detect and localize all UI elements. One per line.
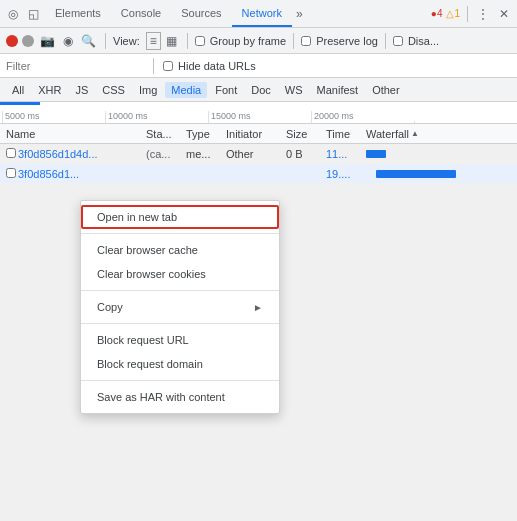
type-filter-bar: All XHR JS CSS Img Media Font Doc WS Man… bbox=[0, 78, 517, 102]
toolbar-divider4 bbox=[293, 33, 294, 49]
table-row[interactable]: 3f0d856d1d4d... (ca... me... Other 0 B 1… bbox=[0, 144, 517, 164]
row-status: (ca... bbox=[146, 148, 186, 160]
submenu-arrow-icon: ► bbox=[253, 302, 263, 313]
settings-icon[interactable]: ⋮ bbox=[473, 4, 493, 24]
camera-icon[interactable]: 📷 bbox=[38, 32, 57, 50]
type-tab-media[interactable]: Media bbox=[165, 82, 207, 98]
type-tab-ws[interactable]: WS bbox=[279, 82, 309, 98]
col-time-header[interactable]: Time bbox=[326, 128, 366, 140]
ctx-separator-2 bbox=[81, 290, 279, 291]
ctx-block-url[interactable]: Block request URL bbox=[81, 328, 279, 352]
ctx-separator-4 bbox=[81, 380, 279, 381]
warning-badge: △1 bbox=[446, 8, 460, 19]
ctx-block-domain[interactable]: Block request domain bbox=[81, 352, 279, 376]
waterfall-bar bbox=[376, 170, 456, 178]
row-waterfall bbox=[366, 147, 511, 161]
row-checkbox[interactable] bbox=[6, 148, 16, 158]
row-waterfall bbox=[366, 167, 511, 181]
ctx-open-new-tab[interactable]: Open in new tab bbox=[81, 205, 279, 229]
search-icon[interactable]: 🔍 bbox=[79, 32, 98, 50]
record-button[interactable] bbox=[6, 35, 18, 47]
group-by-frame-checkbox[interactable] bbox=[195, 36, 205, 46]
list-view-btn[interactable]: ≡ bbox=[146, 32, 161, 50]
row-name: 3f0d856d1... bbox=[18, 168, 146, 180]
timeline-ruler: 5000 ms 10000 ms 15000 ms 20000 ms bbox=[0, 102, 517, 124]
context-menu: Open in new tab Clear browser cache Clea… bbox=[80, 200, 280, 414]
filter-input[interactable] bbox=[6, 60, 144, 72]
disable-cache-label[interactable]: Disa... bbox=[393, 35, 439, 47]
timeline-ticks: 5000 ms 10000 ms 15000 ms 20000 ms bbox=[0, 102, 517, 123]
network-table: 3f0d856d1d4d... (ca... me... Other 0 B 1… bbox=[0, 144, 517, 184]
ctx-separator-3 bbox=[81, 323, 279, 324]
preserve-log-label[interactable]: Preserve log bbox=[301, 35, 378, 47]
col-waterfall-header[interactable]: Waterfall ▲ bbox=[366, 128, 511, 140]
ctx-save-har[interactable]: Save as HAR with content bbox=[81, 385, 279, 409]
filter-bar: Hide data URLs bbox=[0, 54, 517, 78]
network-toolbar: 📷 ◉ 🔍 View: ≡ ▦ Group by frame Preserve … bbox=[0, 28, 517, 54]
table-row[interactable]: 3f0d856d1... 19.... bbox=[0, 164, 517, 184]
col-initiator-header[interactable]: Initiator bbox=[226, 128, 286, 140]
tab-network[interactable]: Network bbox=[232, 0, 292, 27]
row-initiator: Other bbox=[226, 148, 286, 160]
row-time: 19.... bbox=[326, 168, 366, 180]
row-time: 11... bbox=[326, 148, 366, 160]
inspect-icon[interactable]: ◎ bbox=[4, 4, 22, 24]
tick-4 bbox=[414, 121, 517, 123]
type-tab-font[interactable]: Font bbox=[209, 82, 243, 98]
ctx-separator-1 bbox=[81, 233, 279, 234]
row-name: 3f0d856d1d4d... bbox=[18, 148, 146, 160]
hide-data-urls-label[interactable]: Hide data URLs bbox=[163, 60, 256, 72]
type-tab-xhr[interactable]: XHR bbox=[32, 82, 67, 98]
tick-3: 20000 ms bbox=[311, 111, 414, 123]
row-size: 0 B bbox=[286, 148, 326, 160]
toolbar-divider2 bbox=[105, 33, 106, 49]
tab-elements[interactable]: Elements bbox=[45, 0, 111, 27]
view-toggle: ≡ ▦ bbox=[146, 32, 180, 50]
hide-data-urls-checkbox[interactable] bbox=[163, 61, 173, 71]
more-tabs-btn[interactable]: » bbox=[292, 7, 307, 21]
col-type-header[interactable]: Type bbox=[186, 128, 226, 140]
clear-button[interactable] bbox=[22, 35, 34, 47]
devtools-tabbar: ◎ ◱ Elements Console Sources Network » ●… bbox=[0, 0, 517, 28]
close-icon[interactable]: ✕ bbox=[495, 4, 513, 24]
type-tab-css[interactable]: CSS bbox=[96, 82, 131, 98]
error-badge: ●4 bbox=[431, 8, 443, 19]
row-type: me... bbox=[186, 148, 226, 160]
tab-sources[interactable]: Sources bbox=[171, 0, 231, 27]
tick-0: 5000 ms bbox=[2, 111, 105, 123]
toolbar-divider bbox=[467, 6, 468, 22]
tab-console[interactable]: Console bbox=[111, 0, 171, 27]
toolbar-divider5 bbox=[385, 33, 386, 49]
filter-divider bbox=[153, 58, 154, 74]
col-name-header[interactable]: Name bbox=[6, 128, 146, 140]
row-checkbox[interactable] bbox=[6, 168, 16, 178]
main-tabs: Elements Console Sources Network » bbox=[45, 0, 307, 27]
type-tab-doc[interactable]: Doc bbox=[245, 82, 277, 98]
type-tab-manifest[interactable]: Manifest bbox=[311, 82, 365, 98]
tick-1: 10000 ms bbox=[105, 111, 208, 123]
type-tab-img[interactable]: Img bbox=[133, 82, 163, 98]
waterfall-bar bbox=[366, 150, 386, 158]
type-tab-all[interactable]: All bbox=[6, 82, 30, 98]
device-icon[interactable]: ◱ bbox=[24, 4, 43, 24]
col-status-header[interactable]: Sta... bbox=[146, 128, 186, 140]
ctx-clear-cookies[interactable]: Clear browser cookies bbox=[81, 262, 279, 286]
disable-cache-checkbox[interactable] bbox=[393, 36, 403, 46]
filter-icon[interactable]: ◉ bbox=[61, 32, 75, 50]
sort-arrow-icon: ▲ bbox=[411, 129, 419, 138]
screenshot-view-btn[interactable]: ▦ bbox=[163, 32, 180, 50]
tick-2: 15000 ms bbox=[208, 111, 311, 123]
col-size-header[interactable]: Size bbox=[286, 128, 326, 140]
preserve-log-checkbox[interactable] bbox=[301, 36, 311, 46]
view-label: View: bbox=[113, 35, 140, 47]
group-by-frame-label[interactable]: Group by frame bbox=[195, 35, 286, 47]
column-header: Name Sta... Type Initiator Size Time Wat… bbox=[0, 124, 517, 144]
type-tab-js[interactable]: JS bbox=[69, 82, 94, 98]
type-tab-other[interactable]: Other bbox=[366, 82, 406, 98]
toolbar-divider3 bbox=[187, 33, 188, 49]
timeline-progress bbox=[0, 102, 40, 105]
ctx-clear-cache[interactable]: Clear browser cache bbox=[81, 238, 279, 262]
ctx-copy[interactable]: Copy ► bbox=[81, 295, 279, 319]
